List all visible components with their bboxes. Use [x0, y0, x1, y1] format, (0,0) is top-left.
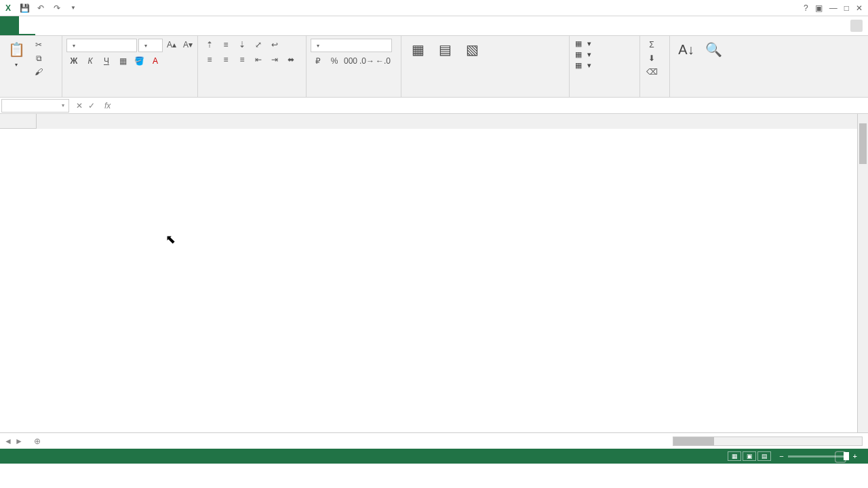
horizontal-scrollbar[interactable]: [673, 436, 863, 446]
format-cells-button[interactable]: ▦ ▾: [574, 60, 593, 70]
group-label-styles: [406, 94, 565, 96]
fill-icon[interactable]: ⬇: [644, 52, 659, 64]
select-all-corner[interactable]: [0, 114, 37, 129]
decrease-font-icon[interactable]: A▾: [180, 39, 195, 51]
cancel-formula-icon[interactable]: ✕: [76, 101, 83, 110]
tab-data[interactable]: [84, 16, 100, 35]
insert-cells-icon: ▦: [575, 39, 582, 48]
cut-icon[interactable]: ✂: [31, 39, 46, 51]
group-label-editing: [674, 94, 761, 96]
help-icon[interactable]: ?: [804, 3, 808, 13]
tab-formulas[interactable]: [68, 16, 84, 35]
indent-inc-icon[interactable]: ⇥: [267, 54, 282, 66]
group-label-clipboard: [4, 94, 58, 96]
ribbon-tabs: [0, 16, 868, 35]
tab-insert[interactable]: [35, 16, 52, 35]
ribbon-options-icon[interactable]: ▣: [815, 3, 823, 13]
copy-icon[interactable]: ⧉: [31, 52, 46, 64]
save-icon[interactable]: 💾: [19, 3, 30, 14]
minimize-icon[interactable]: —: [829, 3, 837, 13]
inc-decimal-icon[interactable]: .0→: [359, 55, 374, 67]
fill-color-button[interactable]: 🪣: [132, 55, 146, 67]
sheet-nav-next-icon[interactable]: ►: [15, 436, 23, 446]
name-box[interactable]: ▾: [1, 99, 69, 113]
group-label-font: [66, 94, 193, 96]
zoom-in-icon[interactable]: +: [853, 452, 857, 460]
cell-styles-button[interactable]: ▧: [460, 39, 484, 62]
sort-filter-button[interactable]: A↓: [674, 39, 698, 62]
view-layout-icon[interactable]: ▣: [743, 451, 756, 461]
italic-button[interactable]: К: [83, 55, 98, 67]
percent-icon[interactable]: %: [327, 55, 342, 67]
zoom-out-icon[interactable]: −: [779, 452, 783, 460]
view-pagebreak-icon[interactable]: ▤: [757, 451, 771, 461]
delete-cells-icon: ▦: [575, 50, 582, 59]
find-select-button[interactable]: 🔍: [701, 39, 726, 62]
format-as-table-button[interactable]: ▤: [433, 39, 457, 62]
delete-cells-button[interactable]: ▦ ▾: [574, 49, 593, 60]
autosum-icon[interactable]: Σ: [644, 39, 659, 51]
new-sheet-icon[interactable]: ⊕: [27, 436, 47, 446]
indent-dec-icon[interactable]: ⇤: [251, 54, 266, 66]
comma-icon[interactable]: 000: [343, 55, 358, 67]
tab-view[interactable]: [117, 16, 133, 35]
increase-font-icon[interactable]: A▴: [164, 39, 179, 51]
align-left-icon[interactable]: ≡: [202, 54, 217, 66]
redo-icon[interactable]: ↷: [52, 3, 62, 14]
status-bar: ▦ ▣ ▤ − +: [0, 449, 868, 464]
align-right-icon[interactable]: ≡: [235, 54, 250, 66]
tab-review[interactable]: [100, 16, 117, 35]
sheet-tab-bar: ◄ ► ⊕: [0, 432, 868, 449]
group-label-number: [311, 94, 397, 96]
border-button[interactable]: ▦: [115, 55, 130, 67]
undo-icon[interactable]: ↶: [35, 3, 46, 14]
qat-dropdown-icon[interactable]: ▼: [68, 3, 79, 14]
format-painter-icon[interactable]: 🖌: [31, 66, 46, 78]
avatar-icon: [850, 20, 863, 32]
merge-button[interactable]: ⬌: [283, 54, 298, 66]
tab-home[interactable]: [19, 16, 35, 35]
number-format-select[interactable]: ▾: [311, 39, 392, 52]
insert-cells-button[interactable]: ▦ ▾: [574, 39, 593, 49]
maximize-icon[interactable]: □: [844, 3, 849, 13]
align-middle-icon[interactable]: ≡: [218, 39, 233, 51]
formula-bar: ▾ ✕ ✓ fx: [0, 98, 868, 114]
font-color-button[interactable]: A: [148, 55, 163, 67]
vertical-scrollbar[interactable]: [857, 114, 868, 432]
wrap-text-icon[interactable]: ↩: [267, 39, 282, 51]
conditional-formatting-button[interactable]: ▦: [406, 39, 430, 62]
clear-icon[interactable]: ⌫: [644, 66, 659, 78]
currency-icon[interactable]: ₽: [311, 55, 326, 67]
title-bar: X 💾 ↶ ↷ ▼ ? ▣ — □ ✕: [0, 0, 868, 16]
close-icon[interactable]: ✕: [856, 3, 863, 13]
orientation-icon[interactable]: ⤢: [251, 39, 266, 51]
font-name-select[interactable]: ▾: [66, 39, 137, 52]
accept-formula-icon[interactable]: ✓: [88, 101, 95, 110]
group-label-align: [202, 94, 302, 96]
view-normal-icon[interactable]: ▦: [728, 451, 741, 461]
tab-layout[interactable]: [52, 16, 68, 35]
align-top-icon[interactable]: ⇡: [202, 39, 217, 51]
align-bottom-icon[interactable]: ⇣: [235, 39, 250, 51]
user-label[interactable]: [841, 16, 868, 35]
dec-decimal-icon[interactable]: ←.0: [376, 55, 391, 67]
underline-button[interactable]: Ч: [99, 55, 114, 67]
grid-area: [0, 114, 868, 432]
tab-file[interactable]: [0, 16, 19, 35]
zoom-slider[interactable]: [788, 455, 849, 458]
group-label-cells: [574, 94, 635, 96]
excel-icon: X: [3, 3, 14, 14]
ribbon: 📋▾ ✂ ⧉ 🖌 ▾ ▾ A▴ A▾ Ж К Ч ▦ 🪣 A: [0, 35, 868, 98]
align-center-icon[interactable]: ≡: [218, 54, 233, 66]
font-size-select[interactable]: ▾: [138, 39, 163, 52]
fx-icon[interactable]: fx: [100, 101, 115, 110]
format-cells-icon: ▦: [575, 61, 582, 70]
paste-button[interactable]: 📋▾: [4, 39, 28, 69]
sheet-nav-prev-icon[interactable]: ◄: [4, 436, 12, 446]
bold-button[interactable]: Ж: [66, 55, 81, 67]
